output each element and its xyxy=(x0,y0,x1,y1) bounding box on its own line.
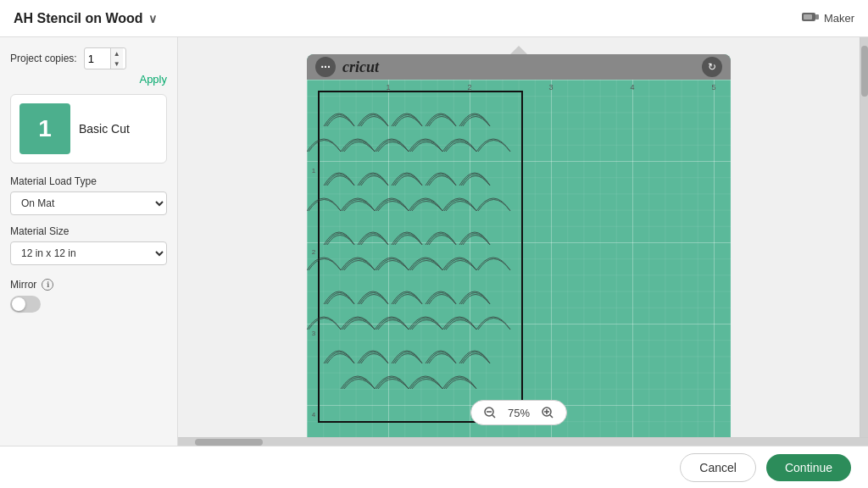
copies-increment-button[interactable]: ▲ xyxy=(111,48,123,58)
zoom-out-icon xyxy=(484,407,496,419)
project-copies-label: Project copies: xyxy=(10,53,77,64)
horizontal-scroll-thumb[interactable] xyxy=(195,439,263,446)
mirror-toggle-wrap xyxy=(10,296,167,313)
svg-text:2: 2 xyxy=(467,83,471,92)
mat-refresh-button[interactable]: ↻ xyxy=(702,57,722,77)
svg-text:3: 3 xyxy=(312,330,316,337)
svg-text:5: 5 xyxy=(711,83,715,92)
mat-card: 1 Basic Cut xyxy=(10,94,167,164)
mat-number: 1 xyxy=(38,115,52,142)
material-size-label: Material Size xyxy=(10,225,167,237)
vertical-scroll-thumb[interactable] xyxy=(861,46,868,97)
app-header: AH Stencil on Wood ∨ Maker xyxy=(0,0,868,37)
canvas-inner[interactable]: ··· cricut ↻ xyxy=(178,37,860,437)
mat-label: Basic Cut xyxy=(79,122,130,136)
vertical-scrollbar[interactable] xyxy=(860,37,868,437)
material-load-type-label: Material Load Type xyxy=(10,175,167,187)
svg-text:2: 2 xyxy=(312,248,316,256)
footer: Cancel Continue xyxy=(0,446,868,488)
main-layout: Project copies: ▲ ▼ Apply 1 Basic Cut Ma… xyxy=(0,37,868,446)
mirror-toggle[interactable] xyxy=(10,296,41,313)
project-title: AH Stencil on Wood xyxy=(14,11,143,26)
copies-input-wrap: ▲ ▼ xyxy=(84,47,126,69)
zoom-in-icon xyxy=(542,407,554,419)
cancel-button[interactable]: Cancel xyxy=(680,453,756,482)
maker-machine-icon xyxy=(802,11,819,25)
mat-brand: cricut xyxy=(342,58,379,76)
mat-header: ··· cricut ↻ xyxy=(307,54,731,80)
zoom-bar: 75% xyxy=(470,400,567,425)
mirror-row: Mirror ℹ xyxy=(10,279,167,291)
sidebar: Project copies: ▲ ▼ Apply 1 Basic Cut Ma… xyxy=(0,37,178,446)
grid-svg: 1 2 3 4 5 1 2 3 4 xyxy=(307,80,731,437)
mat-grid: 1 2 3 4 5 1 2 3 4 xyxy=(307,80,731,437)
cricut-mat: ··· cricut ↻ xyxy=(307,54,731,437)
zoom-in-button[interactable] xyxy=(539,404,556,421)
project-copies-row: Project copies: ▲ ▼ xyxy=(10,47,167,69)
mirror-info-icon[interactable]: ℹ xyxy=(42,279,53,291)
maker-label: Maker xyxy=(824,12,854,25)
mirror-label: Mirror xyxy=(10,279,36,291)
material-load-type-select[interactable]: On Mat xyxy=(10,191,167,215)
svg-text:3: 3 xyxy=(548,83,553,92)
title-chevron-icon[interactable]: ∨ xyxy=(148,12,157,25)
svg-text:1: 1 xyxy=(386,83,390,92)
svg-text:1: 1 xyxy=(312,167,316,175)
project-title-area: AH Stencil on Wood ∨ xyxy=(14,11,157,26)
continue-button[interactable]: Continue xyxy=(766,454,851,481)
svg-rect-1 xyxy=(815,14,819,19)
svg-text:4: 4 xyxy=(630,83,634,92)
svg-line-21 xyxy=(550,415,553,418)
material-size-group: Material Size 12 in x 12 in xyxy=(10,225,167,265)
project-copies-input[interactable] xyxy=(85,53,110,65)
copies-decrement-button[interactable]: ▼ xyxy=(111,58,123,69)
material-load-type-group: Material Load Type On Mat xyxy=(10,175,167,215)
svg-text:4: 4 xyxy=(312,411,316,419)
canvas-body: ··· cricut ↻ xyxy=(178,37,868,446)
maker-badge: Maker xyxy=(802,11,854,25)
svg-line-17 xyxy=(492,415,495,418)
horizontal-scrollbar[interactable] xyxy=(178,437,868,446)
zoom-level: 75% xyxy=(504,407,534,419)
svg-rect-2 xyxy=(804,14,812,19)
mat-menu-dots-button[interactable]: ··· xyxy=(315,57,336,77)
mat-thumbnail: 1 xyxy=(19,103,70,154)
material-size-select[interactable]: 12 in x 12 in xyxy=(10,241,167,265)
apply-button[interactable]: Apply xyxy=(139,73,167,86)
canvas-main-row: ··· cricut ↻ xyxy=(178,37,868,437)
zoom-out-button[interactable] xyxy=(481,404,498,421)
copies-spinners: ▲ ▼ xyxy=(110,48,123,69)
